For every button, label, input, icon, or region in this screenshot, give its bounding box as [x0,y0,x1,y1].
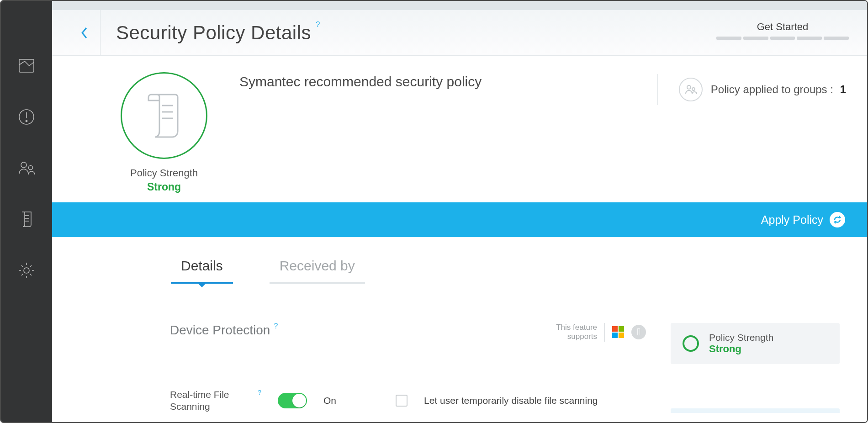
svg-point-9 [24,268,29,273]
page-header: Security Policy Details ? Get Started [52,10,867,56]
policy-applied-count: 1 [840,83,846,95]
apple-icon:  [631,325,646,339]
apply-policy-label: Apply Policy [761,213,823,227]
help-icon[interactable]: ? [258,389,261,397]
policy-strength-value: Strong [147,181,181,193]
checkbox-label: Let user temporarily disable file scanni… [424,395,598,406]
svg-rect-0 [19,59,34,72]
device-protection-section: Device Protection ? This feature support… [52,284,867,364]
policy-strength-badge: Policy Strength Strong [107,72,221,193]
sidebar-item-alerts[interactable] [16,107,37,127]
policy-name: Symantec recommended security policy [239,74,657,193]
back-button[interactable] [69,10,101,55]
get-started-progress [716,37,849,40]
sidebar [1,1,52,422]
page-title-text: Security Policy Details [116,22,311,44]
sidebar-item-settings[interactable] [16,260,37,280]
next-section-peek [671,408,840,413]
window-top-strip [52,1,867,10]
policy-strength-caption: Policy Strength [130,167,198,179]
policy-applied-text: Policy applied to groups : 1 [711,83,846,96]
setting-label: Real-time File Scanning ? [170,389,261,413]
policy-applied-label: Policy applied to groups : [711,83,833,95]
section-title: Device Protection ? [170,323,556,338]
strength-card-label: Policy Strength [709,332,773,343]
tab-bar: Details Received by [52,237,867,284]
section-title-text: Device Protection [170,323,270,338]
setting-realtime-file-scanning: Real-time File Scanning ? On Let user te… [52,364,867,413]
svg-point-5 [29,166,33,170]
sidebar-item-groups[interactable] [16,158,37,178]
svg-point-3 [26,120,27,122]
svg-point-13 [687,85,691,89]
section-strength-card: Policy Strength Strong [671,323,840,364]
strength-card-value: Strong [709,343,773,355]
svg-point-4 [21,162,26,168]
feature-supports: This feature supports  [556,323,646,342]
tab-details[interactable]: Details [171,258,233,284]
feature-supports-label: This feature supports [556,323,605,342]
toggle-realtime-scanning[interactable] [278,393,307,408]
policy-applied-info: Policy applied to groups : 1 [657,74,846,105]
checkbox-allow-disable-scanning[interactable] [396,395,408,407]
help-icon[interactable]: ? [274,322,278,330]
get-started-label[interactable]: Get Started [716,21,849,33]
svg-point-14 [692,88,695,90]
get-started-widget[interactable]: Get Started [716,21,849,40]
apply-policy-bar: Apply Policy [52,202,867,237]
sync-icon [830,212,845,227]
policy-summary: Policy Strength Strong Symantec recommen… [52,56,867,202]
main-area: Security Policy Details ? Get Started Po… [52,1,867,422]
apply-policy-button[interactable]: Apply Policy [761,212,845,227]
policy-scroll-icon [121,72,207,159]
tab-received-by[interactable]: Received by [270,258,365,284]
windows-icon [611,325,625,339]
groups-icon [679,78,703,101]
help-icon[interactable]: ? [316,20,320,29]
page-title: Security Policy Details ? [116,22,320,44]
sidebar-item-policies[interactable] [16,209,37,229]
sidebar-item-dashboard[interactable] [16,56,37,76]
strength-ring-icon [683,335,699,352]
toggle-state-label: On [323,395,349,406]
